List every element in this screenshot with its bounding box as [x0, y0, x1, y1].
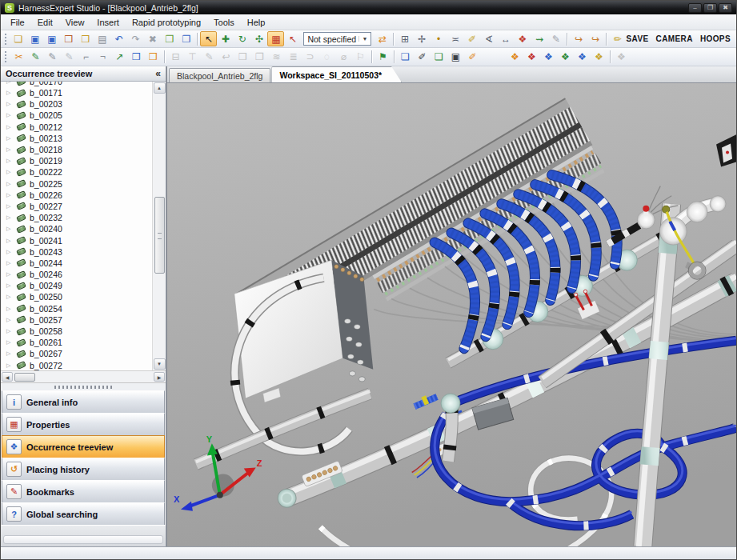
toolbar-button[interactable]: ❖	[540, 50, 557, 65]
menu-item[interactable]: Tools	[207, 16, 241, 29]
tree-item[interactable]: ▷ b_00212	[1, 122, 152, 133]
toolbar-button[interactable]: ❏	[397, 50, 414, 65]
toolbar-button[interactable]: ❏	[10, 31, 26, 46]
toolbar-button[interactable]: ❒	[77, 31, 94, 46]
tree-item[interactable]: ▷ b_00240	[1, 223, 152, 234]
expander-icon[interactable]: ▷	[6, 112, 13, 118]
toolbar-button[interactable]: ↪	[570, 31, 587, 46]
toolbar-button[interactable]: ↻	[234, 31, 250, 46]
expander-icon[interactable]: ▷	[6, 350, 13, 357]
toolbar-button[interactable]: ↪	[587, 31, 603, 46]
toolbar-button[interactable]: ❒	[128, 50, 145, 65]
expander-icon[interactable]: ▷	[6, 238, 13, 244]
expander-icon[interactable]: ▷	[6, 306, 13, 312]
toolbar-button[interactable]: ❐	[161, 31, 178, 46]
sidebar-nav-button[interactable]: ❖ Occurrence treeview	[2, 435, 165, 458]
tree-item[interactable]: ▷ b_00249	[1, 280, 152, 291]
tree-item[interactable]: ▷ b_00222	[1, 166, 152, 178]
scroll-left-button[interactable]: ◀	[2, 372, 13, 382]
tab-blackpool-antrieb[interactable]: Blackpool_Antrieb_2flg	[169, 68, 270, 82]
toolbar-button[interactable]: ↶	[110, 31, 127, 46]
expander-icon[interactable]: ▷	[6, 203, 13, 210]
tab-workspace[interactable]: Workspace_SI_20110503*	[271, 66, 402, 82]
tree-item[interactable]: ▷ b_00219	[1, 155, 152, 166]
tree-item[interactable]: ▷ b_00258	[1, 326, 152, 337]
toolbar-grip[interactable]	[5, 51, 8, 62]
menu-item[interactable]: Rapid prototyping	[126, 16, 207, 29]
expander-icon[interactable]: ▷	[6, 82, 13, 85]
expander-icon[interactable]: ▷	[6, 214, 13, 221]
scroll-up-button[interactable]: ▲	[154, 82, 166, 94]
expander-icon[interactable]: ▷	[6, 271, 13, 278]
toolbar-button[interactable]: ▣	[26, 31, 43, 46]
scroll-down-button[interactable]: ▼	[154, 358, 166, 370]
menu-item[interactable]: Insert	[90, 16, 126, 29]
window-control-button[interactable]: ✖	[719, 3, 732, 13]
menu-item[interactable]: View	[59, 16, 91, 29]
tree-item[interactable]: ▷ b_00171	[1, 87, 152, 98]
toolbar-button[interactable]: ⊞	[396, 31, 413, 46]
tree-item[interactable]: ▷ b_00232	[1, 212, 152, 223]
expander-icon[interactable]: ▷	[6, 135, 13, 142]
expander-icon[interactable]: ▷	[6, 101, 13, 107]
tree-horizontal-scrollbar[interactable]: ◀ ▶	[1, 371, 166, 383]
sidebar-nav-button[interactable]: ✎ Bookmarks	[2, 480, 165, 503]
window-control-button[interactable]: –	[688, 3, 702, 13]
window-control-button[interactable]: ❐	[703, 3, 717, 13]
expander-icon[interactable]: ▷	[6, 158, 13, 164]
toolbar-button[interactable]: ▣	[447, 50, 464, 65]
expander-icon[interactable]: ▷	[6, 362, 13, 369]
expander-icon[interactable]: ▷	[6, 249, 13, 255]
expander-icon[interactable]: ▷	[6, 317, 13, 323]
toolbar-button[interactable]: ✐	[463, 31, 480, 46]
tree-vertical-scrollbar[interactable]: ▲ ▼	[152, 82, 166, 370]
expander-icon[interactable]: ▷	[6, 90, 13, 96]
scrollbar-thumb[interactable]	[154, 197, 165, 274]
render-mode-label[interactable]: HOOPS	[700, 34, 731, 43]
toolbar-grip[interactable]	[5, 34, 7, 45]
collapse-panel-button[interactable]: «	[155, 69, 161, 78]
toolbar-button[interactable]: ⇝	[531, 31, 547, 46]
toolbar-button[interactable]: ✎	[27, 50, 44, 65]
toolbar-button[interactable]: ❒	[60, 31, 77, 46]
toolbar-button[interactable]: ❖	[557, 50, 574, 65]
toolbar-button[interactable]: ✚	[217, 31, 234, 46]
toolbar-button[interactable]: ✐	[414, 50, 431, 65]
toolbar-button[interactable]: ↗	[111, 50, 128, 65]
sidebar-nav-button[interactable]: ? Global searching	[2, 502, 165, 526]
scroll-right-button[interactable]: ▶	[154, 372, 165, 382]
toolbar-button[interactable]: ✎	[44, 50, 61, 65]
expander-icon[interactable]: ▷	[6, 169, 13, 175]
tree-item[interactable]: ▷ b_00205	[1, 110, 152, 121]
tree-item[interactable]: ▷ b_00218	[1, 144, 152, 155]
tree-item[interactable]: ▷ b_00225	[1, 178, 152, 190]
toolbar-button[interactable]: ✣	[250, 31, 267, 46]
tree-item[interactable]: ▷ b_00213	[1, 133, 152, 144]
toolbar-button[interactable]: ▤	[94, 31, 110, 46]
menu-item[interactable]: Help	[241, 16, 272, 29]
render-mode-label[interactable]: SAVE	[626, 34, 648, 43]
toolbar-button[interactable]: ✎	[61, 50, 78, 65]
expander-icon[interactable]: ▷	[6, 328, 13, 334]
toolbar-button[interactable]: ❖	[591, 50, 607, 65]
toolbar-button[interactable]: ¬	[94, 50, 111, 65]
toolbar-button[interactable]: ⌐	[78, 50, 94, 65]
expander-icon[interactable]: ▷	[6, 226, 13, 232]
menu-item[interactable]: Edit	[31, 16, 59, 29]
expander-icon[interactable]: ▷	[6, 146, 13, 153]
toolbar-button[interactable]: ✢	[413, 31, 430, 46]
selection-mode-combobox[interactable]: Not specified ▼	[303, 32, 371, 46]
toolbar-button[interactable]: ⇄	[374, 31, 391, 46]
toolbar-button[interactable]: ⚑	[375, 50, 391, 65]
toolbar-button[interactable]: ▣	[43, 31, 60, 46]
toolbar-button[interactable]: ✏	[609, 31, 626, 46]
tree-item[interactable]: ▷ b_00246	[1, 269, 152, 280]
tree-item[interactable]: ▷ b_00267	[1, 348, 152, 359]
tree-item[interactable]: ▷ b_00203	[1, 98, 152, 110]
tree-item[interactable]: ▷ b_00226	[1, 190, 152, 201]
tree-item[interactable]: ▷ b_00244	[1, 258, 152, 269]
toolbar-button[interactable]: ↷	[127, 31, 144, 46]
menu-item[interactable]: File	[4, 16, 31, 29]
expander-icon[interactable]: ▷	[6, 181, 13, 187]
toolbar-button[interactable]: ✐	[464, 50, 481, 65]
